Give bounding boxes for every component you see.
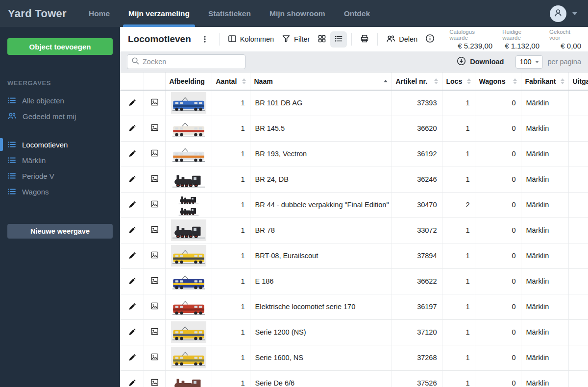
download-button[interactable]: Download — [457, 56, 504, 67]
edit-row-button[interactable] — [122, 200, 142, 210]
cell-naam: BR 193, Vectron — [250, 141, 392, 167]
brand-logo[interactable]: Yard Tower — [8, 7, 67, 20]
image-icon — [150, 174, 159, 184]
row-image-button[interactable] — [146, 174, 163, 184]
person-icon — [553, 8, 563, 20]
controls-row: Download 100 per pagina — [120, 51, 588, 73]
edit-row-button[interactable] — [122, 149, 142, 159]
edit-row-button[interactable] — [122, 251, 142, 261]
locomotive-thumbnail[interactable] — [171, 219, 206, 241]
locomotive-thumbnail[interactable] — [171, 372, 206, 387]
filter-button[interactable]: Filter — [278, 31, 314, 48]
user-avatar[interactable] — [550, 5, 566, 22]
cell-aantal: 1 — [212, 116, 250, 141]
edit-row-button[interactable] — [122, 124, 142, 133]
info-button[interactable] — [421, 31, 439, 48]
nav-item[interactable]: Ontdek — [335, 0, 379, 27]
row-image-button[interactable] — [146, 276, 163, 286]
sidebar-view-item[interactable]: Alle objecten — [0, 93, 120, 108]
more-options-button[interactable] — [197, 32, 213, 47]
row-image-button[interactable] — [146, 225, 163, 235]
edit-row-button[interactable] — [122, 302, 142, 312]
stat-value: € 5.239,00 — [458, 42, 492, 50]
locomotive-thumbnail[interactable] — [171, 270, 206, 292]
edit-row-button[interactable] — [122, 98, 142, 108]
sort-icon — [467, 78, 471, 84]
edit-row-button[interactable] — [122, 328, 142, 337]
image-icon — [150, 225, 159, 235]
stat-label: Catalogus waarde — [449, 29, 492, 41]
row-image-button[interactable] — [146, 98, 163, 108]
table-row: 1 Serie De 6/6 37526 1 0 Märklin — [120, 370, 588, 387]
filter-icon — [282, 34, 291, 45]
edit-row-button[interactable] — [122, 277, 142, 286]
locomotive-thumbnail[interactable] — [171, 118, 206, 139]
add-object-button[interactable]: Object toevoegen — [7, 38, 113, 55]
cell-locs: 1 — [442, 345, 475, 370]
locomotive-thumbnail[interactable] — [171, 143, 206, 165]
sidebar-view-item[interactable]: Locomotieven — [0, 137, 120, 152]
cell-locs: 1 — [442, 90, 475, 116]
cell-artikel-nr: 36620 — [392, 116, 442, 141]
row-image-button[interactable] — [146, 327, 163, 337]
people-icon — [7, 112, 17, 121]
nav-item-label: Mijn showroom — [270, 9, 325, 18]
locomotive-thumbnail[interactable] — [171, 194, 206, 216]
column-header[interactable]: Fabrikant — [521, 73, 568, 90]
column-header[interactable]: Naam — [250, 73, 392, 90]
sidebar-view-item[interactable]: Wagons — [0, 184, 120, 199]
account-dropdown-caret[interactable] — [572, 12, 577, 15]
edit-row-button[interactable] — [122, 353, 142, 363]
pencil-icon — [128, 353, 136, 363]
page-size-select[interactable]: 100 — [515, 55, 543, 69]
column-header[interactable]: Aantal — [212, 73, 250, 90]
cell-locs: 1 — [442, 218, 475, 243]
row-image-button[interactable] — [146, 251, 163, 261]
new-view-button[interactable]: Nieuwe weergave — [7, 224, 113, 239]
locomotive-thumbnail[interactable] — [171, 92, 206, 114]
sidebar-view-item[interactable]: Periode V — [0, 168, 120, 184]
edit-row-button[interactable] — [122, 379, 142, 387]
print-button[interactable] — [356, 31, 373, 48]
row-image-button[interactable] — [146, 378, 163, 387]
cell-fabrikant: Märklin — [521, 345, 568, 370]
list-view-button[interactable] — [330, 31, 347, 48]
cell-wagons: 0 — [475, 218, 521, 243]
search-input[interactable] — [143, 58, 241, 66]
column-header[interactable]: Afbeelding — [165, 73, 212, 90]
nav-item[interactable]: Mijn verzameling — [119, 0, 199, 27]
columns-button[interactable]: Kolommen — [224, 31, 278, 48]
edit-row-button[interactable] — [122, 175, 142, 184]
list-view-icon — [7, 156, 16, 165]
column-header[interactable]: Uitgave — [568, 73, 588, 90]
row-image-button[interactable] — [146, 200, 163, 210]
nav-item[interactable]: Home — [79, 0, 119, 27]
share-button[interactable]: Delen — [382, 31, 421, 48]
sidebar-view-item[interactable]: Märklin — [0, 152, 120, 168]
cell-wagons: 0 — [475, 319, 521, 345]
row-image-button[interactable] — [146, 302, 163, 312]
column-header[interactable]: Locs — [442, 73, 475, 90]
cell-aantal: 1 — [212, 167, 250, 192]
nav-item[interactable]: Mijn showroom — [260, 0, 335, 27]
table-row: 1 BR 24, DB 36246 1 0 Märklin — [120, 167, 588, 192]
column-header[interactable]: Artikel nr. — [392, 73, 442, 90]
table-row: 1 BR 145.5 36620 1 0 Märklin — [120, 116, 588, 141]
image-icon — [150, 200, 159, 210]
row-image-button[interactable] — [146, 353, 163, 363]
locomotive-thumbnail[interactable] — [171, 245, 206, 266]
locomotive-thumbnail[interactable] — [171, 169, 206, 190]
row-image-button[interactable] — [146, 123, 163, 133]
locomotive-thumbnail[interactable] — [171, 321, 206, 343]
cell-artikel-nr: 36192 — [392, 141, 442, 167]
list-view-icon — [7, 187, 16, 196]
locomotive-thumbnail[interactable] — [171, 347, 206, 368]
row-image-button[interactable] — [146, 149, 163, 159]
nav-item[interactable]: Statistieken — [199, 0, 260, 27]
filter-button-label: Filter — [294, 35, 310, 43]
edit-row-button[interactable] — [122, 226, 142, 235]
sidebar-view-item[interactable]: Gedeeld met mij — [0, 108, 120, 124]
column-header[interactable]: Wagons — [475, 73, 521, 90]
locomotive-thumbnail[interactable] — [171, 296, 206, 317]
grid-view-button[interactable] — [314, 31, 330, 48]
